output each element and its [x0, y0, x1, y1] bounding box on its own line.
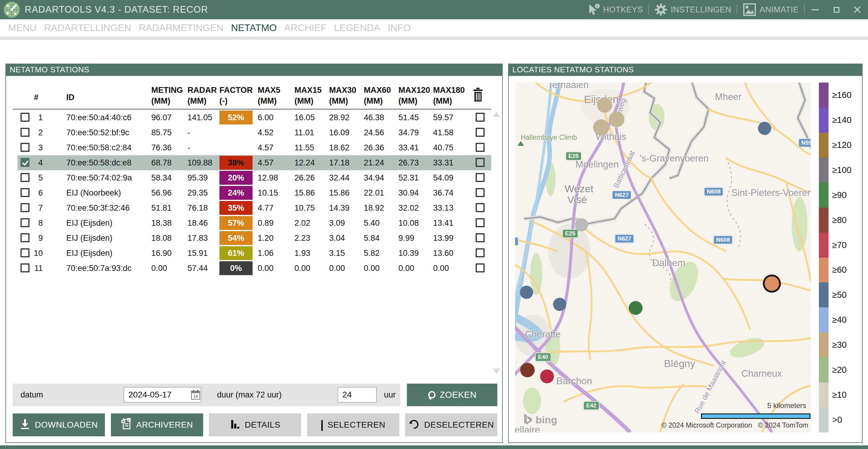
row-checkbox[interactable]	[21, 158, 30, 167]
max-value: 10.08	[398, 216, 419, 230]
row-checkbox[interactable]	[21, 233, 30, 242]
menu-item-archief[interactable]: ARCHIEF	[284, 22, 327, 33]
table-row[interactable]: 8EIJ (Eijsden)18.3818.4657%0.892.023.095…	[18, 216, 491, 230]
row-checkbox[interactable]	[21, 248, 30, 257]
row-checkbox[interactable]	[21, 113, 30, 122]
row-checkbox[interactable]	[21, 203, 30, 212]
menu-item-radartellingen[interactable]: RADARTELLINGEN	[44, 22, 131, 33]
table-row[interactable]: 370:ee:50:58:c2:8476.36-4.5711.5518.6226…	[18, 140, 491, 155]
menu-item-netatmo[interactable]: NETATMO	[231, 22, 277, 33]
details-button[interactable]: DETAILS	[209, 413, 301, 436]
unit-label: uur	[384, 384, 396, 406]
table-row[interactable]: 470:ee:50:58:dc:e868.78109.8838%4.5712.2…	[18, 155, 491, 170]
station-dot-6[interactable]	[553, 298, 566, 311]
menu-item-radarmetingen[interactable]: RADARMETINGEN	[138, 22, 223, 33]
row-delete-checkbox[interactable]	[475, 263, 485, 272]
row-checkbox[interactable]	[21, 218, 30, 227]
archiveren-button[interactable]: ARCHIVEREN	[111, 413, 203, 436]
station-dot-1[interactable]	[609, 111, 624, 127]
row-number: 9	[30, 230, 43, 246]
max-value: 54.09	[433, 170, 454, 185]
row-checkbox[interactable]	[21, 263, 30, 272]
station-dot-5[interactable]	[520, 286, 533, 299]
row-delete-checkbox[interactable]	[475, 143, 485, 152]
row-checkbox[interactable]	[21, 143, 30, 152]
meting-value: 16.90	[151, 246, 172, 261]
station-dot-7[interactable]	[629, 301, 643, 315]
maximize-button[interactable]	[826, 0, 847, 19]
undo-icon	[408, 419, 419, 431]
max-value: 32.02	[398, 200, 419, 216]
hotkeys-button[interactable]: i HOTKEYS	[582, 0, 649, 19]
max-value: 3.09	[329, 216, 345, 230]
map[interactable]: TernaaienEijsdenMheerWithuisHallembaye C…	[515, 83, 811, 432]
station-dot-9[interactable]	[520, 363, 535, 377]
menu-item-menu[interactable]: MENU	[8, 22, 36, 33]
table-row[interactable]: 10EIJ (Eijsden)16.9015.9161%1.061.933.15…	[18, 246, 491, 261]
row-checkbox[interactable]	[21, 173, 30, 182]
row-delete-checkbox[interactable]	[475, 233, 485, 242]
legend-label-5: ≥80	[832, 207, 846, 233]
max-value: 26.36	[364, 140, 384, 155]
radar-value: -	[187, 125, 190, 140]
menu-item-legenda[interactable]: LEGENDA	[334, 22, 380, 33]
meting-value: 68.78	[151, 155, 172, 170]
downloaden-button[interactable]: DOWNLOADEN	[13, 413, 105, 436]
action-button-label: DESELECTEREN	[424, 420, 494, 430]
menu-bar: MENURADARTELLINGENRADARMETINGENNETATMOAR…	[0, 19, 868, 36]
row-delete-checkbox[interactable]	[475, 173, 485, 182]
row-delete-checkbox[interactable]	[475, 248, 485, 257]
row-delete-checkbox[interactable]	[475, 113, 485, 122]
radar-value: 15.91	[187, 246, 208, 261]
table-row[interactable]: 570:ee:50:74:02:9a58.3495.3920%12.9826.2…	[18, 170, 491, 185]
scroll-up-arrow[interactable]	[493, 112, 500, 117]
settings-button[interactable]: INSTELLINGEN	[649, 0, 737, 19]
station-dot-4[interactable]	[575, 218, 588, 231]
menu-item-info[interactable]: INFO	[388, 22, 410, 33]
meting-value: 96.07	[151, 110, 172, 125]
station-dot-8[interactable]	[765, 276, 779, 291]
legend-swatch-2	[819, 133, 829, 158]
meting-value: 76.36	[151, 140, 172, 155]
panel-title-locaties: LOCATIES NETATMO STATIONS	[508, 64, 863, 76]
row-checkbox[interactable]	[21, 128, 30, 137]
row-checkbox[interactable]	[21, 188, 30, 197]
max-value: 0.00	[433, 261, 449, 276]
row-delete-checkbox[interactable]	[475, 218, 485, 227]
search-button[interactable]: ZOEKEN	[407, 384, 497, 406]
duration-input[interactable]	[338, 387, 377, 403]
station-dot-0[interactable]	[597, 98, 612, 113]
minimize-button[interactable]	[805, 0, 826, 19]
map-label--s-gravenvoeren: 's-Gravenvoeren	[640, 153, 709, 164]
table-row[interactable]: 770:ee:50:3f:32:4651.8176.1835%4.7710.75…	[18, 200, 491, 216]
row-delete-checkbox[interactable]	[475, 128, 485, 137]
calendar-icon[interactable]: 14	[191, 390, 200, 400]
row-delete-checkbox[interactable]	[475, 203, 485, 212]
meting-value: 0.00	[151, 261, 167, 276]
station-dot-2[interactable]	[593, 119, 610, 136]
duration-label: duur (max 72 uur)	[217, 384, 282, 406]
table-row[interactable]: 1170:ee:50:7a:93:dc0.0057.440%0.000.000.…	[18, 261, 491, 276]
meting-value: 58.34	[151, 170, 172, 185]
table-row[interactable]: 6EIJ (Noorbeek)56.9629.3524%10.1515.8615…	[18, 185, 491, 200]
station-dot-3[interactable]	[758, 122, 771, 135]
legend-label-10: ≥30	[832, 332, 846, 357]
animation-button[interactable]: ANIMATIE	[737, 0, 804, 19]
radar-value: 18.46	[187, 216, 208, 230]
table-row[interactable]: 9EIJ (Eijsden)18.0817.8354%1.202.233.045…	[18, 230, 491, 246]
climb-marker-icon	[518, 141, 524, 146]
legend-swatch-5	[819, 207, 829, 233]
max-value: 16.09	[329, 125, 350, 140]
table-row[interactable]: 170:ee:50:a4:40:c696.07141.0552%6.0016.0…	[18, 110, 491, 125]
delete-all-column-header[interactable]	[472, 87, 484, 104]
deselecteren-button[interactable]: DESELECTEREN	[405, 413, 497, 436]
scroll-down-arrow[interactable]	[493, 368, 500, 374]
row-delete-checkbox[interactable]	[475, 158, 485, 167]
table-row[interactable]: 270:ee:50:52:bf:9c85.75-4.5211.0116.0924…	[18, 125, 491, 140]
close-button[interactable]	[847, 0, 868, 19]
factor-badge: 61%	[219, 246, 253, 260]
selecteren-button[interactable]: SELECTEREN	[307, 413, 399, 436]
station-dot-10[interactable]	[540, 370, 554, 383]
row-delete-checkbox[interactable]	[475, 188, 485, 197]
date-input[interactable]	[124, 387, 201, 403]
